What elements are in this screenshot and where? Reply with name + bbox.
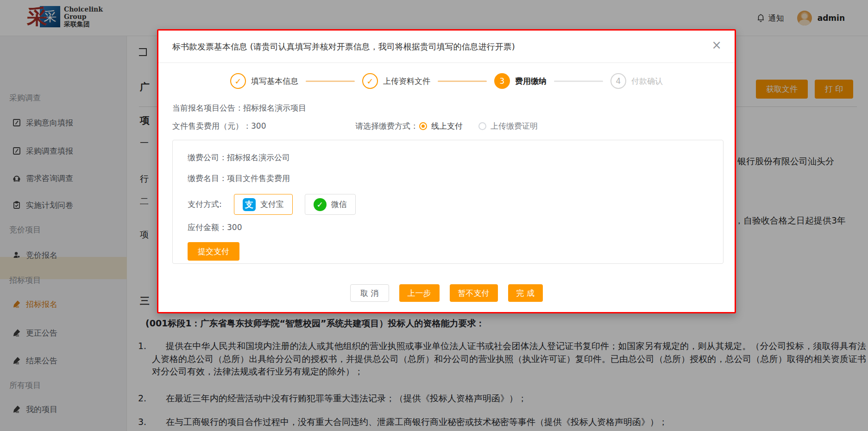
step-pay-fee: 3 费用缴纳 bbox=[494, 73, 547, 89]
cancel-button[interactable]: 取 消 bbox=[350, 284, 389, 302]
previous-step-button[interactable]: 上一步 bbox=[399, 284, 440, 302]
radio-online-payment[interactable]: 线上支付 bbox=[419, 121, 463, 131]
step-connector bbox=[438, 81, 487, 82]
step-number: 4 bbox=[610, 73, 626, 89]
modal-header: 标书款发票基本信息 (请贵司认真填写并核对开票信息，我司将根据贵司填写的信息进行… bbox=[158, 31, 735, 63]
submit-payment-button[interactable]: 提交支付 bbox=[188, 242, 239, 261]
amount-value: 300 bbox=[227, 223, 242, 232]
modal-title: 标书款发票基本信息 (请贵司认真填写并核对开票信息，我司将根据贵司填写的信息进行… bbox=[172, 41, 515, 52]
radio-upload-proof[interactable]: 上传缴费证明 bbox=[478, 121, 538, 131]
step-connector bbox=[306, 81, 355, 82]
step-connector bbox=[554, 81, 603, 82]
wizard-steps: ✓ 填写基本信息 ✓ 上传资料文件 3 费用缴纳 4 付款确认 bbox=[158, 73, 735, 89]
payment-panel: 缴费公司：招标报名演示公司 缴费名目：项目文件售卖费用 支付方式: 支 支付宝 … bbox=[172, 140, 723, 264]
pay-company-row: 缴费公司：招标报名演示公司 bbox=[188, 152, 708, 163]
notice-label: 当前报名项目公告： bbox=[172, 103, 243, 112]
radio-selected-icon bbox=[419, 122, 427, 130]
finish-button[interactable]: 完 成 bbox=[508, 284, 543, 302]
current-project-notice: 当前报名项目公告：招标报名演示项目 bbox=[172, 103, 735, 113]
wechat-icon: ✓ bbox=[314, 198, 327, 211]
notice-value: 招标报名演示项目 bbox=[243, 103, 306, 112]
close-icon[interactable]: × bbox=[711, 39, 722, 51]
wechat-button[interactable]: ✓ 微信 bbox=[305, 194, 356, 215]
pay-company-value: 招标报名演示公司 bbox=[227, 153, 290, 162]
invoice-payment-modal: 标书款发票基本信息 (请贵司认真填写并核对开票信息，我司将根据贵司填写的信息进行… bbox=[157, 29, 736, 313]
file-fee: 文件售卖费用（元）：300 bbox=[172, 121, 355, 131]
step-upload-files: ✓ 上传资料文件 bbox=[362, 73, 430, 89]
radio-unselected-icon bbox=[478, 122, 486, 130]
step-number: 3 bbox=[494, 73, 510, 89]
alipay-button[interactable]: 支 支付宝 bbox=[234, 194, 293, 215]
app-window: 采 采 Choicelink Group 采联集团 通知 admin bbox=[0, 0, 868, 431]
check-icon: ✓ bbox=[362, 73, 378, 89]
amount-due-row: 应付金额：300 bbox=[188, 222, 708, 233]
step-payment-confirm: 4 付款确认 bbox=[610, 73, 663, 89]
check-icon: ✓ bbox=[230, 73, 246, 89]
fee-value: 300 bbox=[251, 121, 266, 131]
pay-item-row: 缴费名目：项目文件售卖费用 bbox=[188, 173, 708, 184]
pay-method-label: 请选择缴费方式： bbox=[355, 121, 418, 131]
pay-later-button[interactable]: 暂不支付 bbox=[450, 284, 498, 302]
modal-footer: 取 消 上一步 暂不支付 完 成 bbox=[158, 284, 735, 302]
step-fill-basic-info: ✓ 填写基本信息 bbox=[230, 73, 298, 89]
pay-item-value: 项目文件售卖费用 bbox=[227, 174, 290, 183]
pay-way-label: 支付方式: bbox=[188, 199, 222, 210]
alipay-icon: 支 bbox=[243, 198, 256, 211]
